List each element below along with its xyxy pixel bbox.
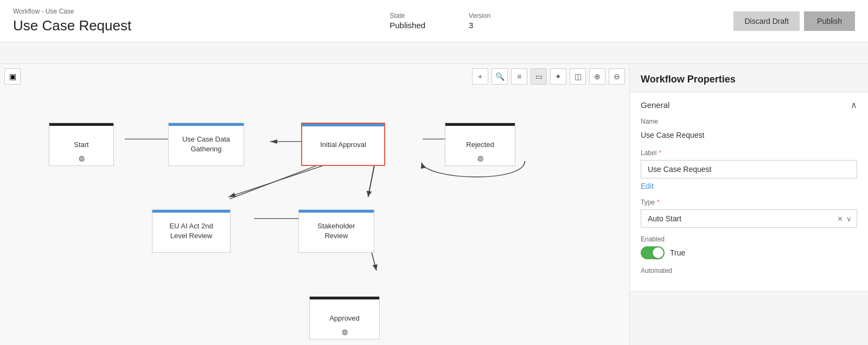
workflow-canvas: Start ◍ Use Case Data Gathering Initial … bbox=[0, 90, 629, 345]
zoom-in-icon: ⊕ bbox=[594, 72, 601, 81]
publish-button[interactable]: Publish bbox=[804, 11, 855, 31]
state-label: State bbox=[390, 12, 425, 20]
zoom-out-icon: ⊖ bbox=[614, 72, 620, 81]
node-data-gathering-label: Use Case Data Gathering bbox=[182, 135, 230, 154]
node-start-icon: ◍ bbox=[79, 154, 85, 162]
align-button[interactable]: ≡ bbox=[511, 68, 527, 85]
general-section-content: Name Use Case Request Label * Edit Type bbox=[630, 118, 868, 291]
general-section: General ∧ Name Use Case Request Label * bbox=[630, 92, 868, 291]
node-initial-approval[interactable]: Initial Approval bbox=[301, 123, 385, 166]
node-data-gathering[interactable]: Use Case Data Gathering bbox=[168, 123, 244, 166]
zoom-in-button[interactable]: ⊕ bbox=[589, 68, 605, 85]
canvas-area: ▣ + 🔍 ≡ ▭ ✦ ◫ ⊕ bbox=[0, 64, 629, 345]
version-value: 3 bbox=[469, 21, 490, 30]
type-required: * bbox=[657, 199, 660, 206]
version-label: Version bbox=[469, 12, 490, 20]
type-field-group: Type * Auto Start ✕ ∨ bbox=[641, 199, 857, 228]
chevron-up-icon: ∧ bbox=[851, 100, 857, 110]
node-approved-label: Approved bbox=[329, 314, 360, 322]
table-icon: ◫ bbox=[575, 72, 582, 81]
state-value: Published bbox=[390, 21, 425, 30]
node-eu-review-label: EU AI Act 2nd Level Review bbox=[169, 221, 213, 241]
node-rejected-icon: ◍ bbox=[477, 154, 483, 162]
node-stakeholder-label: Stakeholder Review bbox=[317, 221, 355, 241]
name-value: Use Case Request bbox=[641, 129, 857, 142]
svg-line-4 bbox=[368, 161, 375, 197]
node-stakeholder[interactable]: Stakeholder Review bbox=[298, 209, 374, 253]
node-rejected-label: Rejected bbox=[466, 140, 494, 149]
panel-toggle-button[interactable]: ▣ bbox=[4, 68, 21, 85]
table-button[interactable]: ◫ bbox=[570, 68, 586, 85]
state-meta: State Published bbox=[390, 12, 425, 30]
general-label: General bbox=[641, 100, 669, 110]
node-eu-review[interactable]: EU AI Act 2nd Level Review bbox=[152, 209, 231, 253]
type-select-wrapper: Auto Start ✕ ∨ bbox=[641, 209, 857, 228]
label-input[interactable] bbox=[641, 160, 857, 178]
search-button[interactable]: 🔍 bbox=[492, 68, 508, 85]
toggle-thumb bbox=[653, 247, 663, 258]
enabled-value: True bbox=[670, 248, 685, 257]
node-approved[interactable]: Approved ◍ bbox=[309, 296, 380, 340]
main-layout: ▣ + 🔍 ≡ ▭ ✦ ◫ ⊕ bbox=[0, 64, 868, 345]
automated-field-group: Automated bbox=[641, 267, 857, 274]
align-icon: ≡ bbox=[517, 72, 521, 81]
sub-separator bbox=[0, 42, 868, 64]
breadcrumb: Workflow - Use Case bbox=[13, 8, 357, 15]
enabled-field-label: Enabled bbox=[641, 235, 857, 243]
node-start[interactable]: Start ◍ bbox=[49, 123, 114, 166]
page-title: Use Case Request bbox=[13, 17, 357, 34]
header-left: Workflow - Use Case Use Case Request bbox=[13, 8, 357, 34]
type-select-icons: ✕ ∨ bbox=[837, 215, 852, 223]
version-meta: Version 3 bbox=[469, 12, 490, 30]
node-rejected[interactable]: Rejected ◍ bbox=[445, 123, 515, 166]
general-section-header[interactable]: General ∧ bbox=[630, 92, 868, 118]
zoom-out-button[interactable]: ⊖ bbox=[609, 68, 625, 85]
label-required: * bbox=[659, 149, 661, 157]
enabled-toggle[interactable] bbox=[641, 246, 665, 259]
grid-icon: ▭ bbox=[535, 72, 542, 81]
header-actions: Discard Draft Publish bbox=[733, 11, 855, 31]
add-icon: + bbox=[478, 72, 482, 81]
add-button[interactable]: + bbox=[472, 68, 488, 85]
chevron-down-icon: ∨ bbox=[846, 215, 852, 223]
sparkle-button[interactable]: ✦ bbox=[550, 68, 566, 85]
clear-icon: ✕ bbox=[837, 215, 843, 223]
type-field-label: Type * bbox=[641, 199, 857, 206]
label-field-group: Label * Edit bbox=[641, 149, 857, 191]
sparkle-icon: ✦ bbox=[555, 72, 561, 81]
node-initial-approval-label: Initial Approval bbox=[320, 140, 366, 149]
search-icon: 🔍 bbox=[495, 72, 505, 81]
enabled-row: True bbox=[641, 246, 857, 259]
panel-icon: ▣ bbox=[9, 72, 16, 81]
type-select[interactable]: Auto Start bbox=[641, 209, 857, 228]
discard-draft-button[interactable]: Discard Draft bbox=[733, 11, 800, 31]
node-start-label: Start bbox=[74, 140, 88, 149]
header: Workflow - Use Case Use Case Request Sta… bbox=[0, 0, 868, 42]
name-field-group: Name Use Case Request bbox=[641, 118, 857, 142]
svg-line-5 bbox=[228, 161, 336, 197]
automated-label: Automated bbox=[641, 267, 857, 274]
properties-panel-title: Workflow Properties bbox=[630, 64, 868, 92]
enabled-field-group: Enabled True bbox=[641, 235, 857, 259]
label-field-label: Label * bbox=[641, 149, 857, 157]
canvas-toolbar: ▣ + 🔍 ≡ ▭ ✦ ◫ ⊕ bbox=[4, 68, 625, 85]
name-field-label: Name bbox=[641, 118, 857, 125]
properties-panel: Workflow Properties General ∧ Name Use C… bbox=[629, 64, 868, 345]
node-approved-icon: ◍ bbox=[342, 328, 348, 336]
edit-link[interactable]: Edit bbox=[641, 182, 654, 190]
header-meta-group: State Published Version 3 bbox=[357, 12, 733, 30]
grid-view-button[interactable]: ▭ bbox=[531, 68, 547, 85]
